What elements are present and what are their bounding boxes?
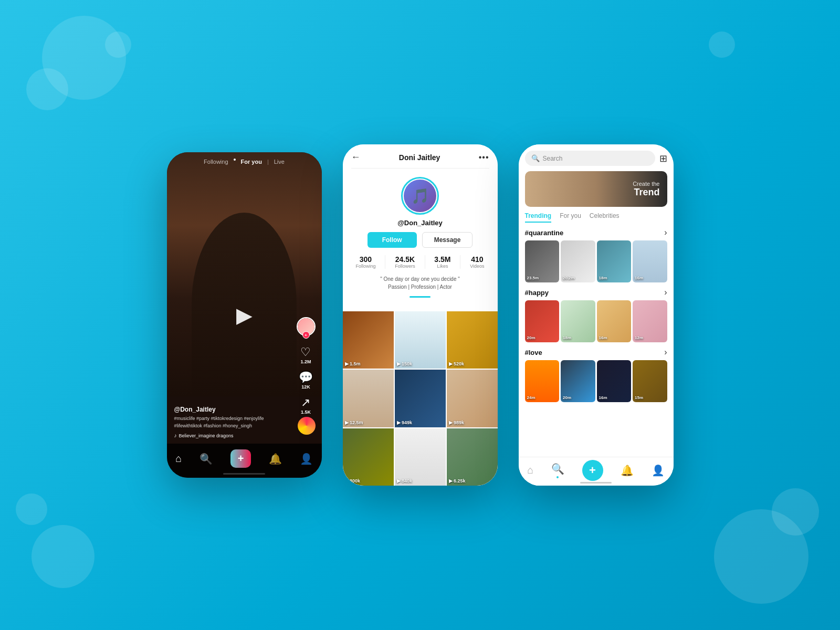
profile-bio: " One day or day one you decide " Passio… [370,275,470,291]
happy-item-4[interactable]: 12m [633,300,667,342]
love-item-3[interactable]: 16m [597,360,632,402]
comment-group: 💬 12K [299,372,313,390]
video-time: 20m [527,335,536,340]
search-input-wrapper[interactable]: 🔍 Search [525,151,655,166]
quarantine-item-3[interactable]: 18m [597,240,632,282]
like-count: 1.2M [300,359,311,364]
decorative-bubble [16,494,47,525]
quarantine-grid: 23.5m 20.2m 18m 16m [519,240,674,282]
nav-for-you[interactable]: For you [241,159,262,165]
profile-section: 🎵 @Don_Jaitley Follow Message 300 Follow… [343,169,498,311]
video-time: 24m [527,395,536,400]
quarantine-item-2[interactable]: 20.2m [561,240,595,282]
profile-nav-item[interactable]: 👤 [300,453,313,465]
grid-view-icon[interactable]: ⊞ [659,153,667,164]
grid-item[interactable]: ▶ 150k [395,311,446,369]
happy-item-3[interactable]: 16m [597,300,632,342]
bottom-navigation: ⌂ 🔍 + 🔔 👤 [167,444,322,478]
explore-screen: 🔍 Search ⊞ Create the Trend Trending For… [519,144,674,486]
video-time: 12m [635,335,643,340]
love-grid: 24m 20m 16m 15m [519,360,674,402]
stat-divider [425,255,425,269]
grid-item[interactable]: ▶ 1.5m [343,311,394,369]
create-button[interactable]: + [582,460,603,481]
nav-dot [234,159,236,161]
grid-item[interactable]: ▶ 12.5m [343,370,394,427]
love-item-4[interactable]: 15m [633,360,667,402]
video-time: 20m [563,395,571,400]
video-count: ▶ 989k [449,420,465,425]
home-nav-item[interactable]: ⌂ [175,453,182,465]
trending-banner[interactable]: Create the Trend [525,171,667,207]
grid-item[interactable]: ▶ 989k [447,370,498,427]
search-icon: 🔍 [531,154,540,162]
nav-following[interactable]: Following [204,159,228,165]
bio-line1: " One day or day one you decide " [380,276,460,282]
grid-item[interactable]: ▶ 840k [395,428,446,486]
decorative-bubble [105,32,131,58]
video-username[interactable]: @Don_Jaitley [174,406,290,413]
stat-divider [460,255,460,269]
likes-label: Likes [437,264,448,269]
share-icon[interactable]: ↗ [301,397,310,408]
tab-for-you[interactable]: For you [560,212,581,223]
like-group: ♡ 1.2M [300,346,311,364]
nav-sep: | [267,159,269,165]
profile-nav-item[interactable]: 👤 [652,464,665,477]
follow-badge[interactable]: + [302,331,310,339]
grid-item[interactable]: ▶ 949k [395,370,446,427]
followers-count: 24.5K [395,255,415,264]
video-thumbnail [395,311,446,369]
more-menu-button[interactable]: ••• [479,153,489,162]
love-section: #love › 24m 20m 16m 15m [519,348,674,402]
banner-subtitle: Trend [633,187,659,198]
create-button[interactable]: + [230,449,251,468]
search-nav-item[interactable]: 🔍 [551,463,564,478]
music-disc [298,417,316,435]
video-count: ▶ 150k [397,361,413,366]
profile-avatar-ring: 🎵 [401,177,439,215]
share-count: 1.5K [301,410,311,415]
grid-item[interactable]: ▶ 6.25k [447,428,498,486]
explore-tabs: Trending For you Celebrities [519,212,674,223]
quarantine-item-1[interactable]: 23.5m [525,240,560,282]
play-button[interactable]: ▶ [236,303,253,327]
banner-text: Create the Trend [633,181,659,198]
section-chevron-icon[interactable]: › [664,228,667,237]
section-hashtag-quarantine[interactable]: #quarantine [525,229,564,237]
video-thumbnail [343,311,394,369]
comment-icon[interactable]: 💬 [299,372,313,383]
nav-live[interactable]: Live [274,159,285,165]
heart-icon[interactable]: ♡ [300,346,311,358]
section-hashtag-love[interactable]: #love [525,349,542,356]
tab-indicator [410,296,430,298]
back-button[interactable]: ← [351,152,361,163]
love-item-1[interactable]: 24m [525,360,560,402]
grid-item[interactable]: ▶ 800k [343,428,394,486]
notifications-nav-item[interactable]: 🔔 [269,453,282,465]
grid-item[interactable]: ▶ 520k [447,311,498,369]
quarantine-item-4[interactable]: 16m [633,240,667,282]
tab-celebrities[interactable]: Celebrities [590,212,620,223]
right-sidebar: + ♡ 1.2M 💬 12K ↗ 1.5K [297,317,316,415]
home-nav-item[interactable]: ⌂ [527,464,533,476]
video-thumbnail [395,428,446,486]
section-header: #love › [519,348,674,357]
happy-item-1[interactable]: 20m [525,300,560,342]
notifications-nav-item[interactable]: 🔔 [621,464,634,477]
section-chevron-icon[interactable]: › [664,288,667,297]
profile-avatar[interactable]: 🎵 [404,180,436,212]
avatar-icon: 🎵 [411,187,429,205]
message-button[interactable]: Message [422,232,473,248]
happy-item-2[interactable]: 18m [561,300,595,342]
music-icon: ♪ [174,433,177,438]
follow-button[interactable]: Follow [368,232,417,248]
section-hashtag-happy[interactable]: #happy [525,289,549,297]
tab-trending[interactable]: Trending [525,212,552,223]
video-thumbnail [343,428,394,486]
video-thumbnail [343,370,394,427]
video-thumbnail [395,370,446,427]
section-chevron-icon[interactable]: › [664,348,667,357]
love-item-2[interactable]: 20m [561,360,595,402]
search-nav-item[interactable]: 🔍 [200,453,213,465]
